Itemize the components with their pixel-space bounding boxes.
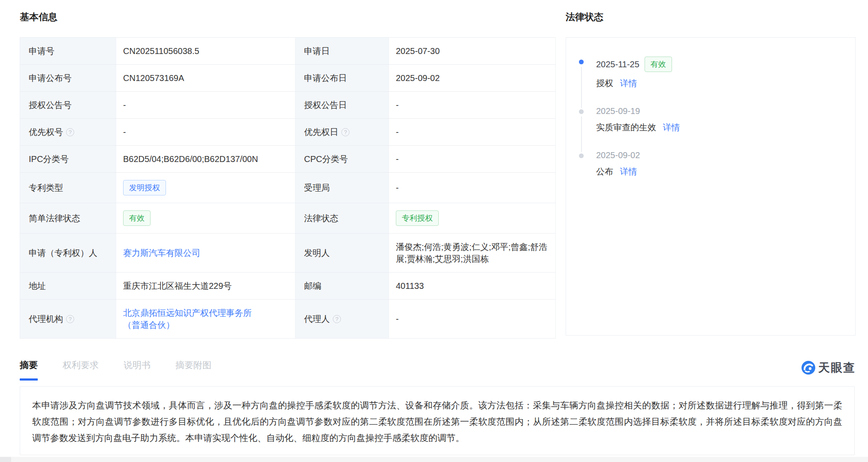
table-row: 申请（专利权）人 赛力斯汽车有限公司 发明人 潘俊杰;何浩;黄勇波;仁义;邓平;… (20, 234, 556, 273)
label-applicant: 申请（专利权）人 (20, 234, 116, 273)
label-application-number: 申请号 (20, 38, 116, 65)
timeline-date-row: 2025-11-25 有效 (596, 57, 847, 72)
timeline-event-row: 授权 详情 (596, 78, 847, 89)
label-grant-number: 授权公告号 (20, 92, 116, 119)
timeline-dot-icon (579, 153, 584, 158)
value-address: 重庆市江北区福生大道229号 (116, 273, 295, 300)
applicant-link[interactable]: 赛力斯汽车有限公司 (123, 248, 200, 258)
timeline-event: 公布 (596, 167, 613, 176)
legal-status-timeline: 2025-11-25 有效 授权 详情 2025-09-19 实质审查的生效 详… (566, 37, 856, 336)
brand-text: 天眼查 (818, 360, 856, 375)
value-agent: - (389, 300, 556, 339)
timeline-event: 实质审查的生效 (596, 123, 656, 132)
valid-status-badge: 有效 (123, 210, 151, 226)
value-grant-date: - (389, 92, 556, 119)
value-publication-date: 2025-09-02 (389, 65, 556, 92)
tianyancha-logo-icon (801, 360, 816, 375)
priority-number-text: 优先权号 (29, 127, 63, 137)
footer-notch (0, 457, 11, 462)
value-patent-type: 发明授权 (116, 173, 295, 203)
label-receiving-office: 受理局 (295, 173, 389, 203)
help-icon[interactable]: ? (333, 315, 341, 323)
tab-claims[interactable]: 权利要求 (63, 359, 99, 381)
value-cpc-class: - (389, 146, 556, 173)
label-patent-type: 专利类型 (20, 173, 116, 203)
timeline-item: 2025-09-02 公布 详情 (579, 150, 847, 195)
table-row: 代理机构? 北京鼎拓恒远知识产权代理事务所 （普通合伙） 代理人? - (20, 300, 556, 339)
value-agency: 北京鼎拓恒远知识产权代理事务所 （普通合伙） (116, 300, 295, 339)
basic-info-section: 基本信息 申请号 CN202511056038.5 申请日 2025-07-30… (20, 11, 555, 339)
label-inventors: 发明人 (295, 234, 389, 273)
timeline-dot-icon (579, 60, 584, 64)
agent-text: 代理人 (304, 314, 330, 324)
legal-status-section: 法律状态 2025-11-25 有效 授权 详情 2025-09-19 实质审查… (566, 11, 856, 336)
table-row: 简单法律状态 有效 法律状态 专利授权 (20, 203, 556, 234)
agency-text: 代理机构 (29, 314, 63, 324)
timeline-item: 2025-09-19 实质审查的生效 详情 (579, 106, 847, 150)
value-priority-date: - (389, 119, 556, 146)
value-application-number: CN202511056038.5 (116, 38, 295, 65)
table-row: 申请公布号 CN120573169A 申请公布日 2025-09-02 (20, 65, 556, 92)
table-row: 申请号 CN202511056038.5 申请日 2025-07-30 (20, 38, 556, 65)
basic-info-table: 申请号 CN202511056038.5 申请日 2025-07-30 申请公布… (20, 37, 556, 339)
value-ipc-class: B62D5/04;B62D6/00;B62D137/00N (116, 146, 295, 173)
timeline-date: 2025-09-19 (596, 106, 640, 116)
value-priority-number: - (116, 119, 295, 146)
table-row: 优先权号? - 优先权日? - (20, 119, 556, 146)
basic-info-title: 基本信息 (20, 11, 555, 24)
value-grant-number: - (116, 92, 295, 119)
detail-link[interactable]: 详情 (663, 123, 680, 132)
tabs-row: 摘要 权利要求 说明书 摘要附图 天眼查 (20, 359, 856, 379)
label-priority-number: 优先权号? (20, 119, 116, 146)
table-row: 授权公告号 - 授权公告日 - (20, 92, 556, 119)
footer-strip (0, 457, 868, 462)
label-priority-date: 优先权日? (295, 119, 389, 146)
label-ipc-class: IPC分类号 (20, 146, 116, 173)
abstract-text: 本申请涉及方向盘调节技术领域，具体而言，涉及一种方向盘的操控手感柔软度的调节方法… (32, 397, 842, 446)
timeline-date: 2025-11-25 (596, 60, 639, 69)
detail-link[interactable]: 详情 (620, 167, 637, 176)
timeline-event: 授权 (596, 78, 613, 88)
value-application-date: 2025-07-30 (389, 38, 556, 65)
tab-description[interactable]: 说明书 (124, 359, 151, 381)
label-address: 地址 (20, 273, 116, 300)
label-publication-number: 申请公布号 (20, 65, 116, 92)
agency-link[interactable]: 北京鼎拓恒远知识产权代理事务所 （普通合伙） (123, 308, 252, 330)
tabs: 摘要 权利要求 说明书 摘要附图 (20, 359, 856, 381)
timeline-event-row: 公布 详情 (596, 166, 847, 177)
abstract-box: 本申请涉及方向盘调节技术领域，具体而言，涉及一种方向盘的操控手感柔软度的调节方法… (20, 386, 855, 455)
value-applicant: 赛力斯汽车有限公司 (116, 234, 295, 273)
label-agent: 代理人? (295, 300, 389, 339)
value-simple-legal-status: 有效 (116, 203, 295, 234)
table-row: 专利类型 发明授权 受理局 - (20, 173, 556, 203)
value-legal-status: 专利授权 (389, 203, 556, 234)
table-row: 地址 重庆市江北区福生大道229号 邮编 401133 (20, 273, 556, 300)
patent-type-badge[interactable]: 发明授权 (123, 180, 166, 195)
tab-abstract-figure[interactable]: 摘要附图 (175, 359, 211, 381)
label-simple-legal-status: 简单法律状态 (20, 203, 116, 234)
label-grant-date: 授权公告日 (295, 92, 389, 119)
value-inventors: 潘俊杰;何浩;黄勇波;仁义;邓平;曾鑫;舒浩展;贾林瀚;艾思羽;洪国栋 (389, 234, 556, 273)
timeline-date-row: 2025-09-02 (596, 150, 847, 160)
help-icon[interactable]: ? (66, 128, 74, 136)
help-icon[interactable]: ? (341, 128, 350, 136)
label-postcode: 邮编 (295, 273, 389, 300)
timeline-item: 2025-11-25 有效 授权 详情 (579, 57, 847, 106)
detail-link[interactable]: 详情 (620, 78, 637, 88)
valid-badge: 有效 (645, 57, 672, 72)
tab-abstract[interactable]: 摘要 (20, 359, 38, 381)
value-publication-number: CN120573169A (116, 65, 295, 92)
label-legal-status: 法律状态 (295, 203, 389, 234)
label-publication-date: 申请公布日 (295, 65, 389, 92)
value-postcode: 401133 (389, 273, 556, 300)
priority-date-text: 优先权日 (304, 127, 338, 137)
table-row: IPC分类号 B62D5/04;B62D6/00;B62D137/00N CPC… (20, 146, 556, 173)
help-icon[interactable]: ? (66, 315, 74, 323)
tianyancha-logo: 天眼查 (801, 360, 856, 375)
legal-status-title: 法律状态 (566, 11, 856, 24)
value-receiving-office: - (389, 173, 556, 203)
timeline-date-row: 2025-09-19 (596, 106, 847, 116)
label-cpc-class: CPC分类号 (295, 146, 389, 173)
label-application-date: 申请日 (295, 38, 389, 65)
label-agency: 代理机构? (20, 300, 116, 339)
